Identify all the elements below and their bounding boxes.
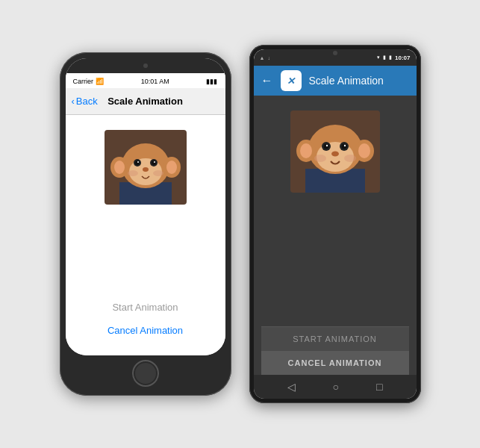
svg-point-33	[344, 155, 356, 162]
ios-content: Start Animation Cancel Animation	[66, 115, 225, 355]
android-back-button[interactable]: ←	[261, 74, 273, 87]
android-monkey-image	[290, 111, 380, 193]
svg-point-15	[128, 170, 138, 176]
svg-point-29	[325, 145, 327, 146]
android-warn-icon: ▲	[260, 55, 265, 60]
ios-battery-icon: ▮▮▮	[206, 78, 217, 85]
ios-phone-screen: Carrier 📶 10:01 AM ▮▮▮ ‹ Back Scale Anim…	[66, 58, 225, 355]
ios-wifi-icon: 📶	[96, 78, 104, 85]
svg-point-13	[154, 161, 155, 163]
android-download-icon: ↓	[267, 55, 270, 60]
android-camera	[333, 51, 337, 55]
svg-point-16	[153, 170, 163, 176]
android-nav-bar: ◁ ○ □	[254, 375, 417, 399]
android-cancel-animation-button[interactable]: CANCEL ANIMATION	[261, 351, 409, 375]
svg-point-27	[323, 144, 328, 149]
ios-phone: Carrier 📶 10:01 AM ▮▮▮ ‹ Back Scale Anim…	[60, 52, 231, 396]
ios-back-chevron-icon: ‹	[72, 96, 75, 107]
android-x-logo-icon: ✕	[287, 75, 295, 87]
svg-point-11	[152, 161, 156, 165]
ios-back-button[interactable]: ‹ Back	[72, 96, 98, 107]
android-buttons: START ANIMATION CANCEL ANIMATION	[261, 326, 409, 375]
android-content: START ANIMATION CANCEL ANIMATION	[254, 96, 417, 375]
ios-page-title: Scale Animation	[107, 96, 183, 107]
android-phone: ▲ ↓ ▾ ▮ ▮ 10:07 ← ✕ Scale Animation	[249, 45, 421, 403]
android-nav-back-button[interactable]: ◁	[278, 378, 305, 396]
ios-monkey-image	[105, 130, 187, 205]
svg-point-10	[135, 161, 140, 165]
android-nav-home-button[interactable]: ○	[324, 378, 348, 396]
ios-notch	[66, 58, 225, 73]
ios-carrier: Carrier	[73, 78, 94, 85]
android-wifi-icon: ▾	[377, 55, 380, 60]
svg-point-30	[343, 145, 345, 146]
android-start-animation-button[interactable]: START ANIMATION	[261, 326, 409, 351]
android-signal-icon: ▮	[383, 55, 386, 60]
android-time: 10:07	[395, 55, 410, 61]
svg-point-31	[331, 152, 339, 157]
svg-point-32	[314, 155, 326, 162]
android-page-title: Scale Animation	[309, 75, 384, 87]
android-toolbar: ← ✕ Scale Animation	[254, 66, 417, 96]
ios-back-label: Back	[76, 96, 98, 107]
ios-home-button[interactable]	[132, 360, 159, 387]
ios-camera	[143, 63, 148, 68]
android-battery-icon: ▮	[389, 55, 392, 60]
android-screen: ▲ ↓ ▾ ▮ ▮ 10:07 ← ✕ Scale Animation	[254, 49, 417, 399]
svg-point-12	[137, 161, 139, 163]
ios-time: 10:01 AM	[141, 78, 169, 85]
svg-point-28	[341, 144, 346, 149]
android-notification-bar: ▲ ↓ ▾ ▮ ▮ 10:07	[254, 49, 417, 66]
ios-status-bar: Carrier 📶 10:01 AM ▮▮▮	[66, 73, 225, 88]
ios-start-animation-button[interactable]: Start Animation	[107, 297, 182, 317]
svg-point-23	[358, 143, 370, 158]
svg-point-5	[114, 161, 125, 174]
ios-buttons: Start Animation Cancel Animation	[73, 297, 218, 348]
svg-point-6	[166, 161, 177, 174]
svg-point-22	[300, 143, 312, 158]
ios-cancel-animation-button[interactable]: Cancel Animation	[103, 320, 187, 340]
devices-container: Carrier 📶 10:01 AM ▮▮▮ ‹ Back Scale Anim…	[52, 37, 428, 411]
android-nav-recent-button[interactable]: □	[367, 378, 391, 396]
android-app-icon: ✕	[281, 70, 302, 91]
svg-point-14	[143, 167, 149, 172]
ios-nav-bar: ‹ Back Scale Animation	[66, 88, 225, 115]
